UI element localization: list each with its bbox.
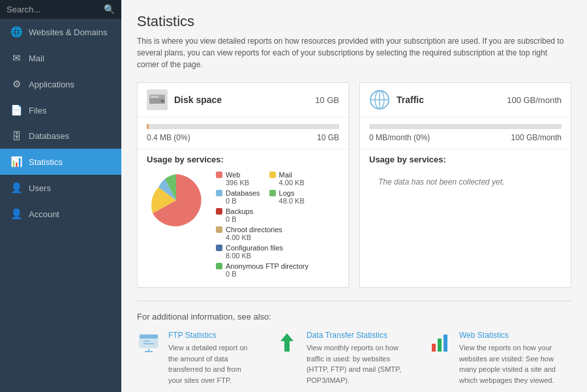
sidebar-item-files-label: Files [29, 106, 46, 115]
ftp-link-title[interactable]: FTP Statistics [168, 331, 256, 340]
sidebar-item-mail[interactable]: ✉ Mail [0, 45, 121, 71]
users-icon: 👤 [10, 182, 22, 194]
svg-rect-16 [438, 339, 442, 352]
sidebar-item-applications[interactable]: ⚙ Applications [0, 71, 121, 97]
websites-icon: 🌐 [10, 26, 22, 38]
traffic-usage-title: Usage by services: [369, 155, 562, 164]
traffic-card-header: Traffic 100 GB/month [360, 83, 571, 117]
disk-max: 10 GB [317, 133, 339, 142]
disk-usage-content: Web 396 KB Mail 4.00 KB [147, 171, 339, 278]
transfer-link-content: Data Transfer Statistics View monthly re… [307, 331, 408, 385]
legend-label-databases: Databases [226, 189, 260, 197]
sidebar-item-users[interactable]: 👤 Users [0, 175, 121, 201]
sidebar-item-databases[interactable]: 🗄 Databases [0, 123, 121, 149]
disk-values: 0.4 MB (0%) 10 GB [138, 133, 348, 149]
bottom-section: For additional information, see also: FT… [137, 301, 571, 385]
traffic-no-data: The data has not been collected yet. [369, 171, 562, 193]
ftp-link-desc: View a detailed report on the amount of … [168, 342, 256, 385]
mail-icon: ✉ [10, 52, 22, 64]
disk-usage-title: Usage by services: [147, 155, 339, 164]
legend-dot-web [216, 172, 222, 178]
bottom-title: For additional information, see also: [137, 301, 571, 322]
sidebar-item-account-label: Account [29, 209, 59, 219]
legend-dot-chroot [216, 226, 222, 233]
disk-legend: Web 396 KB Mail 4.00 KB [216, 171, 313, 278]
svg-rect-9 [140, 335, 158, 339]
web-link-content: Web Statistics View the reports on how y… [459, 331, 571, 385]
account-icon: 👤 [10, 208, 22, 220]
legend-dot-mail [269, 172, 276, 178]
legend-item-chroot: Chroot directories 4.00 KB [216, 226, 313, 241]
ftp-link-item: FTP Statistics View a detailed report on… [137, 331, 256, 385]
legend-dot-logs [269, 190, 276, 196]
svg-rect-15 [432, 344, 436, 352]
legend-label-config: Configuration files [226, 244, 283, 252]
disk-usage-section: Usage by services: [138, 149, 348, 287]
databases-icon: 🗄 [10, 130, 22, 142]
legend-item-config: Configuration files 8.00 KB [216, 244, 313, 260]
disk-label: Disk space [174, 95, 222, 105]
disk-progress-container [147, 124, 339, 129]
main-content: Statistics This is where you view detail… [121, 0, 587, 392]
legend-dot-backups [216, 208, 222, 215]
stats-row: Disk space 10 GB 0.4 MB (0%) 10 GB Usage… [137, 82, 571, 288]
disk-progress-bar [147, 124, 149, 129]
traffic-total: 100 GB/month [507, 95, 562, 105]
sidebar-item-statistics-label: Statistics [29, 157, 63, 167]
legend-value-mail: 4.00 KB [279, 179, 305, 187]
traffic-progress-container [369, 124, 562, 129]
traffic-usage-section: Usage by services: The data has not been… [360, 149, 571, 202]
sidebar-item-files[interactable]: 📄 Files [0, 97, 121, 123]
legend-value-web: 396 KB [226, 179, 249, 187]
disk-pie-chart [147, 171, 205, 230]
traffic-max: 100 GB/month [511, 133, 562, 142]
sidebar-item-statistics[interactable]: 📊 Statistics [0, 149, 121, 175]
disk-used: 0.4 MB (0%) [147, 133, 190, 142]
disk-icon [147, 89, 168, 110]
traffic-header-left: Traffic [369, 89, 424, 110]
intro-text: This is where you view detailed reports … [137, 35, 571, 70]
legend-item-backups: Backups 0 B [216, 207, 260, 223]
sidebar: 🔍 🌐 Websites & Domains ✉ Mail ⚙ Applicat… [0, 0, 121, 392]
disk-total: 10 GB [315, 95, 339, 105]
disk-card-header: Disk space 10 GB [138, 83, 348, 117]
disk-card: Disk space 10 GB 0.4 MB (0%) 10 GB Usage… [137, 82, 349, 288]
page-title: Statistics [137, 13, 571, 30]
traffic-card: Traffic 100 GB/month 0 MB/month (0%) 100… [359, 82, 571, 288]
legend-label-anonftp: Anonymous FTP directory [226, 262, 309, 270]
files-icon: 📄 [10, 104, 22, 116]
sidebar-item-account[interactable]: 👤 Account [0, 201, 121, 227]
svg-marker-14 [280, 333, 294, 352]
web-link-item: Web Statistics View the reports on how y… [428, 331, 571, 385]
bottom-links: FTP Statistics View a detailed report on… [137, 331, 571, 385]
legend-item-web: Web 396 KB [216, 171, 260, 187]
legend-label-mail: Mail [279, 171, 305, 179]
legend-value-config: 8.00 KB [226, 252, 283, 260]
transfer-link-title[interactable]: Data Transfer Statistics [307, 331, 408, 340]
legend-item-anonftp: Anonymous FTP directory 0 B [216, 262, 313, 278]
web-link-title[interactable]: Web Statistics [459, 331, 571, 340]
ftp-icon [137, 331, 160, 354]
disk-header-left: Disk space [147, 89, 222, 110]
legend-value-databases: 0 B [226, 197, 260, 205]
traffic-label: Traffic [397, 95, 424, 105]
legend-value-logs: 48.0 KB [279, 197, 305, 205]
sidebar-item-databases-label: Databases [29, 131, 69, 141]
legend-value-chroot: 4.00 KB [226, 234, 282, 241]
applications-icon: ⚙ [10, 78, 22, 90]
transfer-icon [275, 331, 299, 354]
sidebar-item-applications-label: Applications [29, 80, 74, 89]
legend-item-databases: Databases 0 B [216, 189, 260, 205]
traffic-values: 0 MB/month (0%) 100 GB/month [360, 133, 571, 149]
sidebar-item-websites[interactable]: 🌐 Websites & Domains [0, 19, 121, 45]
statistics-icon: 📊 [10, 156, 22, 168]
legend-label-web: Web [226, 171, 249, 179]
legend-value-backups: 0 B [226, 215, 253, 223]
transfer-link-item: Data Transfer Statistics View monthly re… [275, 331, 408, 385]
svg-point-2 [161, 100, 164, 102]
sidebar-item-mail-label: Mail [29, 53, 44, 63]
search-input[interactable] [7, 5, 104, 14]
web-stats-icon [428, 331, 451, 354]
legend-label-backups: Backups [226, 207, 253, 215]
sidebar-item-websites-label: Websites & Domains [29, 27, 107, 37]
